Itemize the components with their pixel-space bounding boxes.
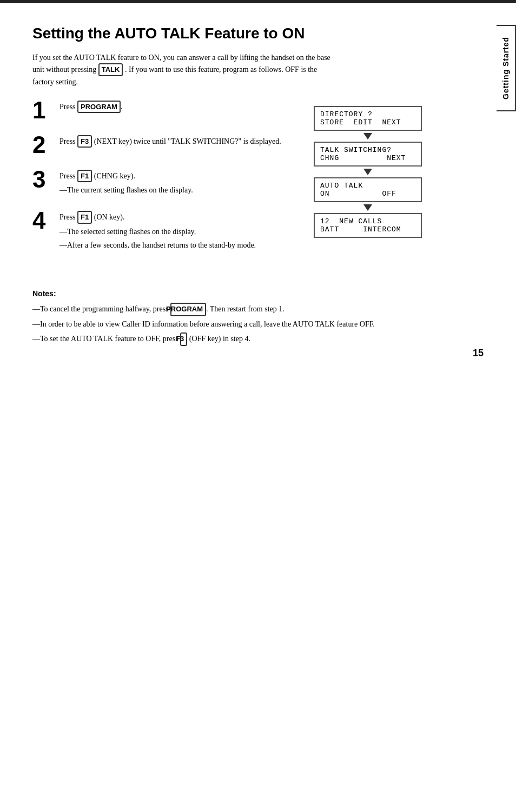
step-1: 1 Press PROGRAM. bbox=[32, 101, 292, 122]
program-key-note: PROGRAM bbox=[170, 303, 206, 316]
notes-section: Notes: —To cancel the programming halfwa… bbox=[32, 288, 484, 346]
page-title: Setting the AUTO TALK Feature to ON bbox=[32, 25, 484, 42]
step-2-number: 2 bbox=[32, 133, 59, 157]
step-2: 2 Press F3 (NEXT key) twice until "TALK … bbox=[32, 135, 292, 157]
diagram-container: DIRECTORY ? STORE EDIT NEXT TALK SWITCHI… bbox=[303, 106, 433, 238]
f3-key-note: F3 bbox=[180, 332, 187, 346]
note-1: —To cancel the programming halfway, pres… bbox=[32, 303, 484, 316]
step-3-number: 3 bbox=[32, 168, 59, 191]
arrow-2 bbox=[363, 169, 372, 175]
program-key-step1: PROGRAM bbox=[77, 101, 121, 114]
lcd-box-1: DIRECTORY ? STORE EDIT NEXT bbox=[314, 106, 422, 131]
step-2-content: Press F3 (NEXT key) twice until "TALK SW… bbox=[59, 135, 292, 150]
side-tab: Getting Started bbox=[497, 25, 516, 111]
content-area: 1 Press PROGRAM. 2 Press F3 (NEXT key) t… bbox=[32, 101, 484, 266]
step-4-content: Press F1 (ON key). —The selected setting… bbox=[59, 211, 292, 253]
f1-key-step3: F1 bbox=[77, 170, 92, 183]
arrow-1 bbox=[363, 133, 372, 139]
note-2: —In order to be able to view Caller ID i… bbox=[32, 318, 484, 330]
step-1-content: Press PROGRAM. bbox=[59, 101, 292, 116]
talk-key: TALK bbox=[98, 63, 123, 76]
page-number: 15 bbox=[473, 348, 484, 359]
note-3: —To set the AUTO TALK feature to OFF, pr… bbox=[32, 332, 484, 346]
intro-text: If you set the AUTO TALK feature to ON, … bbox=[32, 52, 335, 88]
step-3: 3 Press F1 (CHNG key). —The current sett… bbox=[32, 170, 292, 198]
diagram-column: DIRECTORY ? STORE EDIT NEXT TALK SWITCHI… bbox=[303, 101, 433, 266]
notes-title: Notes: bbox=[32, 288, 484, 299]
step-1-number: 1 bbox=[32, 98, 59, 122]
steps-column: 1 Press PROGRAM. 2 Press F3 (NEXT key) t… bbox=[32, 101, 292, 266]
step-3-content: Press F1 (CHNG key). —The current settin… bbox=[59, 170, 292, 198]
step-4-number: 4 bbox=[32, 209, 59, 232]
arrow-3 bbox=[363, 204, 372, 211]
lcd-box-4: 12 NEW CALLS BATT INTERCOM bbox=[314, 213, 422, 238]
lcd-box-3: AUTO TALK ON OFF bbox=[314, 177, 422, 202]
f1-key-step4: F1 bbox=[77, 211, 92, 224]
f3-key-step2: F3 bbox=[77, 135, 92, 148]
step-4: 4 Press F1 (ON key). —The selected setti… bbox=[32, 211, 292, 253]
lcd-box-2: TALK SWITCHING? CHNG NEXT bbox=[314, 142, 422, 167]
